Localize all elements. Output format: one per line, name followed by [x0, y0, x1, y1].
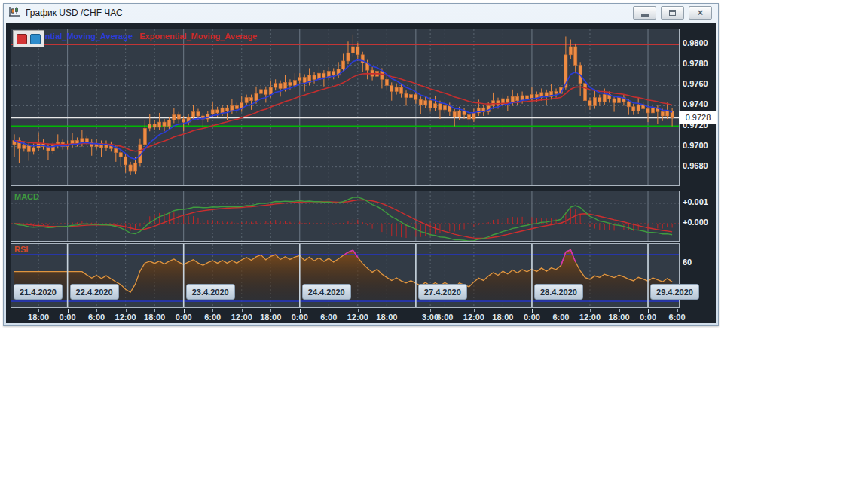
- time-axis-tick: [96, 309, 97, 312]
- time-axis-label: 6:00: [669, 313, 686, 322]
- macd-label: MACD: [14, 192, 39, 201]
- price-chart[interactable]: [11, 29, 679, 185]
- macd-axis-label: +0.000: [683, 218, 719, 227]
- time-axis-label: 6:00: [552, 313, 569, 322]
- time-axis-tick: [619, 309, 620, 312]
- time-axis: 18:000:006:0012:0018:000:006:0012:0018:0…: [11, 310, 680, 323]
- time-axis-label: 12:00: [579, 313, 601, 322]
- indicator-buttons-box: [13, 30, 44, 47]
- desktop: { "window": { "title": "График USD /CHF …: [0, 0, 868, 488]
- rsi-axis-label: 60: [683, 258, 719, 267]
- time-axis-tick: [561, 309, 561, 312]
- price-axis-label: 0.9740: [683, 99, 719, 108]
- rsi-panel[interactable]: RSI 21.4.202022.4.202023.4.202024.4.2020…: [11, 243, 680, 308]
- time-axis-tick: [38, 309, 39, 312]
- time-axis-label: 6:00: [88, 313, 105, 322]
- window-title: График USD /CHF ЧАС: [26, 8, 123, 18]
- time-axis-label: 12:00: [115, 313, 136, 322]
- time-axis-label: 6:00: [320, 313, 337, 322]
- date-label: 23.4.2020: [186, 284, 235, 300]
- blue-indicator-button[interactable]: [30, 34, 41, 44]
- price-axis-label: 0.9680: [683, 161, 719, 170]
- time-axis-tick: [329, 309, 329, 312]
- time-axis-tick: [358, 309, 359, 312]
- close-icon: ×: [698, 9, 704, 17]
- time-axis-label: 6:00: [204, 313, 221, 322]
- ema-red-legend-label: Exponential_Moving_Average: [139, 32, 257, 41]
- time-axis-tick: [590, 309, 591, 312]
- candlestick-chart-icon: [8, 6, 21, 20]
- time-axis-label: 0:00: [640, 313, 656, 322]
- time-axis-tick: [270, 309, 271, 312]
- chart-window: График USD /CHF ЧАС × Exponential_Moving…: [3, 3, 719, 326]
- rsi-label: RSI: [14, 245, 28, 254]
- time-axis-tick: [677, 309, 678, 312]
- time-axis-label: 18:00: [28, 313, 49, 322]
- date-label: 28.4.2020: [534, 284, 583, 300]
- time-axis-tick: [387, 309, 387, 312]
- title-bar[interactable]: График USD /CHF ЧАС ×: [4, 4, 718, 22]
- date-label: 29.4.2020: [650, 284, 699, 300]
- time-axis-tick: [154, 309, 155, 312]
- time-axis-tick: [474, 309, 475, 312]
- macd-panel[interactable]: MACD: [11, 191, 680, 242]
- time-axis-label: 12:00: [347, 313, 368, 322]
- minimize-icon: [641, 14, 649, 17]
- restore-icon: [669, 10, 676, 16]
- time-axis-label: 0:00: [176, 313, 192, 322]
- time-axis-label: 0:00: [292, 313, 308, 322]
- price-chart-panel[interactable]: Exponential_Moving_Average Exponential_M…: [11, 29, 680, 186]
- date-label: 27.4.2020: [418, 284, 467, 300]
- time-axis-tick: [126, 309, 127, 312]
- time-axis-label: 18:00: [144, 313, 165, 322]
- restore-button[interactable]: [661, 6, 684, 20]
- chart-client-area: Exponential_Moving_Average Exponential_M…: [6, 23, 716, 323]
- time-axis-label: 12:00: [231, 313, 252, 322]
- close-button[interactable]: ×: [689, 6, 712, 20]
- time-axis-label: 0:00: [524, 313, 540, 322]
- time-axis-label: 18:00: [608, 313, 629, 322]
- time-axis-label: 18:00: [376, 313, 397, 322]
- current-price-label: 0.9728: [679, 111, 717, 124]
- time-axis-tick: [242, 309, 243, 312]
- date-label: 21.4.2020: [14, 284, 63, 300]
- price-axis-label: 0.9780: [683, 59, 719, 68]
- window-controls: ×: [633, 6, 712, 20]
- time-axis-label: 0:00: [60, 313, 76, 322]
- minimize-button[interactable]: [633, 6, 656, 20]
- macd-chart[interactable]: [11, 191, 679, 241]
- indicator-legend: Exponential_Moving_Average Exponential_M…: [15, 32, 257, 41]
- price-axis-label: 0.9800: [683, 38, 719, 47]
- time-axis-tick: [212, 309, 213, 312]
- price-axis-label: 0.9700: [683, 141, 719, 150]
- price-axis-label: 0.9760: [683, 79, 719, 88]
- date-label: 24.4.2020: [302, 284, 351, 300]
- date-label: 22.4.2020: [70, 284, 119, 300]
- time-axis-label: 18:00: [492, 313, 513, 322]
- time-axis-tick: [503, 309, 503, 312]
- red-indicator-button[interactable]: [17, 34, 27, 44]
- time-axis-tick: [445, 309, 445, 312]
- time-axis-label: 18:00: [260, 313, 281, 322]
- macd-axis-label: +0.001: [683, 197, 719, 206]
- time-axis-label: 12:00: [463, 313, 484, 322]
- time-axis-tick: [430, 309, 431, 312]
- time-axis-label: 6:00: [436, 313, 453, 322]
